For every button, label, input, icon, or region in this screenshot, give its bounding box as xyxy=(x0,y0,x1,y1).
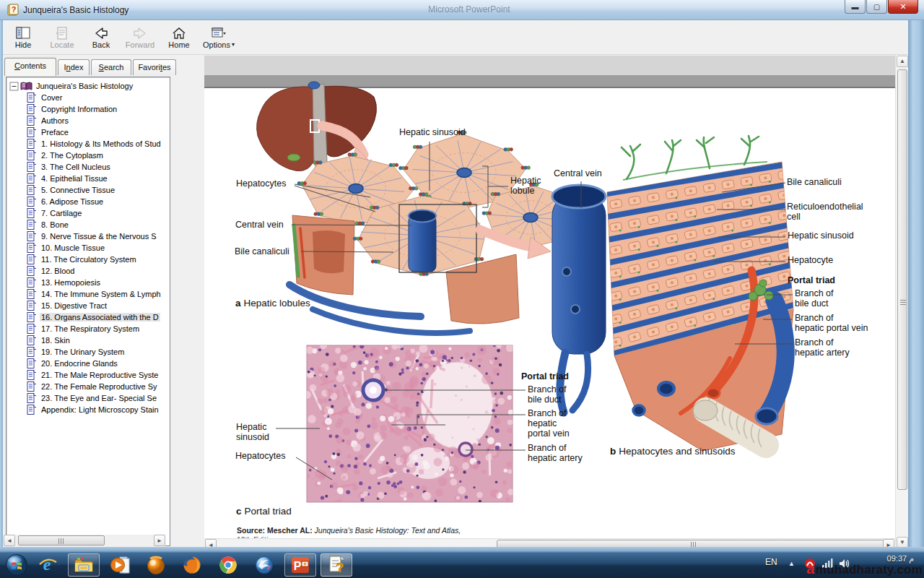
desktop: Microsoft PowerPoint ? Junqueira's Basic… xyxy=(0,0,924,578)
toc-item[interactable]: 20. Endocrine Glands xyxy=(6,358,170,369)
home-button[interactable]: Home xyxy=(163,22,195,53)
label-bile-canaliculi-a: Bile canaliculi xyxy=(235,246,289,256)
toc-item[interactable]: 10. Muscle Tissue xyxy=(6,242,170,254)
toc-scroll-thumb[interactable] xyxy=(18,535,105,545)
toc-item[interactable]: 19. The Urinary System xyxy=(6,346,170,358)
content-vertical-scrollbar[interactable]: ▲ ▼ xyxy=(895,55,908,549)
start-button[interactable] xyxy=(4,553,30,577)
label-branch-portal-vein-b: Branch of hepatic portal vein xyxy=(795,313,868,333)
window-border-right xyxy=(908,20,924,547)
scroll-right-arrow[interactable]: ► xyxy=(154,535,165,546)
forward-button[interactable]: Forward xyxy=(124,22,156,53)
window-title: Junqueira's Basic Histology xyxy=(23,5,128,15)
svg-text:?: ? xyxy=(336,561,344,575)
toc-item[interactable]: Cover xyxy=(6,92,170,103)
media-player-taskbar-icon[interactable] xyxy=(104,553,136,577)
label-bile-canaliculi-b: Bile canaliculi xyxy=(787,177,842,187)
toc-item[interactable]: 5. Connective Tissue xyxy=(6,184,170,196)
toc-item[interactable]: 12. Blood xyxy=(6,265,170,277)
toc-item[interactable]: 18. Skin xyxy=(6,335,170,346)
label-central-vein-b: Central vein xyxy=(554,168,602,178)
toc-item[interactable]: 21. The Male Reproductive Syste xyxy=(6,369,170,381)
taskbar: eP? EN ▲ 09:37 م amuhadharaty.com xyxy=(0,551,924,578)
maximize-button[interactable]: ▢ xyxy=(866,0,887,14)
windows-explorer-taskbar-icon[interactable] xyxy=(68,553,100,577)
toc-item[interactable]: 22. The Female Reproductive Sy xyxy=(6,381,170,392)
toc-item[interactable]: 9. Nerve Tissue & the Nervous S xyxy=(6,230,170,242)
toc-item[interactable]: 6. Adipose Tissue xyxy=(6,196,170,207)
hide-button[interactable]: Hide xyxy=(7,22,39,53)
label-hepatocyte-b: Hepatocyte xyxy=(788,255,833,265)
options-button[interactable]: Options▾ xyxy=(202,22,235,53)
label-branch-hepatic-artery-b: Branch of hepatic artery xyxy=(795,337,850,358)
chrome-taskbar-icon[interactable] xyxy=(212,553,244,577)
tab-strip: ContentsIndexSearchFavorites xyxy=(3,58,204,75)
show-hidden-icons-arrow[interactable]: ▲ xyxy=(788,560,795,567)
content-page: Hepatic sinusoid Hepatocytes Central vei… xyxy=(204,55,895,538)
svg-text:e: e xyxy=(43,555,51,574)
watermark-logo-icon: a xyxy=(807,561,815,577)
label-branch-bile-duct-b: Branch of bile duct xyxy=(795,288,834,309)
caption-panel-a: aHepatic lobules xyxy=(235,298,310,309)
content-vscroll-thumb[interactable] xyxy=(897,69,907,490)
toc-horizontal-scrollbar[interactable]: ◄ ► xyxy=(4,535,165,546)
toc-item[interactable]: Copyright Information xyxy=(6,103,170,115)
toc-item[interactable]: 8. Bone xyxy=(6,219,170,230)
scroll-left-arrow[interactable]: ◄ xyxy=(4,535,15,546)
label-branch-bile-duct-c: Branch of bile duct xyxy=(528,384,567,405)
toc-item[interactable]: 3. The Cell Nucleus xyxy=(6,161,170,173)
minimize-button[interactable]: ▬ xyxy=(845,0,866,14)
label-hepatic-sinusoid-c: Hepatic sinusoid xyxy=(236,422,269,442)
toc-root[interactable]: Junqueira's Basic Histology xyxy=(6,80,170,92)
back-button[interactable]: Back xyxy=(85,22,117,53)
language-indicator[interactable]: EN xyxy=(765,557,777,567)
label-reticuloendothelial-cell: Reticuloendothelial cell xyxy=(787,202,863,222)
toc-item[interactable]: 16. Organs Associated with the D xyxy=(6,311,170,323)
tab-contents[interactable]: Contents xyxy=(4,58,56,76)
label-hepatocytes-a: Hepatocytes xyxy=(236,178,286,189)
toc-item[interactable]: 14. The Immune System & Lymph xyxy=(6,288,170,300)
html-help-taskbar-icon[interactable]: ? xyxy=(321,553,352,577)
powerpoint-taskbar-icon[interactable]: P xyxy=(284,553,316,577)
orange-app-taskbar-icon[interactable] xyxy=(140,553,172,577)
toc-item[interactable]: 17. The Respiratory System xyxy=(6,323,170,335)
toc-item[interactable]: 7. Cartilage xyxy=(6,207,170,219)
toc-item[interactable]: Appendix: Light Microscopy Stain xyxy=(6,404,170,415)
internet-explorer-taskbar-icon[interactable]: e xyxy=(32,553,64,577)
toc-item[interactable]: 15. Digestive Tract xyxy=(6,300,170,311)
scroll-up-arrow[interactable]: ▲ xyxy=(897,56,908,67)
titlebar[interactable]: Microsoft PowerPoint ? Junqueira's Basic… xyxy=(0,0,924,20)
svg-text:P: P xyxy=(294,560,302,572)
toc-item[interactable]: Preface xyxy=(6,126,170,138)
close-button[interactable]: ✕ xyxy=(888,0,918,14)
toc-item[interactable]: 23. The Eye and Ear- Special Se xyxy=(6,392,170,404)
label-branch-portal-vein-c: Branch of hepatic portal vein xyxy=(528,408,570,439)
system-tray: EN ▲ 09:37 م amuhadharaty.com xyxy=(751,551,924,578)
toc-item[interactable]: Authors xyxy=(6,115,170,126)
tab-index[interactable]: Index xyxy=(58,59,90,75)
toc-item[interactable]: 1. Histology & Its Methods of Stud xyxy=(6,138,170,150)
toc-item[interactable]: 2. The Cytoplasm xyxy=(6,150,170,161)
firefox-taskbar-icon[interactable] xyxy=(176,553,208,577)
toc-item[interactable]: 4. Epithelial Tissue xyxy=(6,173,170,184)
label-hepatic-sinusoid-b: Hepatic sinusoid xyxy=(788,230,854,241)
locate-button[interactable]: Locate xyxy=(46,22,78,53)
toolbar: HideLocateBackForwardHomeOptions▾ xyxy=(3,20,921,55)
figure-source: Source: Mescher AL: Junqueira's Basic Hi… xyxy=(237,526,461,535)
toc-item[interactable]: 13. Hemopoiesis xyxy=(6,277,170,288)
window-border-left xyxy=(0,20,3,547)
caption-panel-c: cPortal triad xyxy=(236,506,292,517)
label-hepatocytes-c: Hepatocytes xyxy=(235,451,285,461)
blue-swirl-app-taskbar-icon[interactable] xyxy=(248,553,280,577)
label-hepatic-sinusoid-a: Hepatic sinusoid xyxy=(399,127,466,137)
label-branch-hepatic-artery-c: Branch of hepatic artery xyxy=(528,443,583,463)
tab-favorites[interactable]: Favorites xyxy=(133,59,176,75)
liver-figure-artwork xyxy=(204,55,895,538)
caption-panel-b: bHepatocytes and sinusoids xyxy=(610,446,736,457)
label-portal-triad-c: Portal triad xyxy=(521,371,569,381)
navigation-pane: ContentsIndexSearchFavorites Junqueira's… xyxy=(3,55,204,547)
label-portal-triad-b: Portal triad xyxy=(788,275,835,285)
tab-search[interactable]: Search xyxy=(91,59,131,75)
toc-tree: Junqueira's Basic HistologyCoverCopyrigh… xyxy=(6,77,170,546)
toc-item[interactable]: 11. The Circulatory System xyxy=(6,254,170,265)
